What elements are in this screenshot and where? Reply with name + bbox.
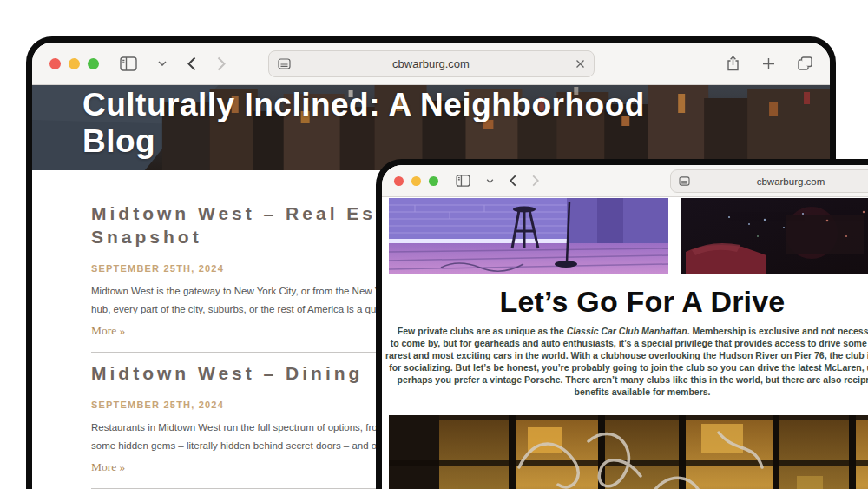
minimize-window-button[interactable] bbox=[69, 58, 80, 69]
article-headline: Let’s Go For A Drive bbox=[382, 285, 868, 319]
browser-toolbar: cbwarburg.com bbox=[382, 165, 868, 197]
url-text: cbwarburg.com bbox=[269, 57, 594, 70]
minimize-window-button[interactable] bbox=[411, 176, 421, 186]
forward-icon[interactable] bbox=[217, 56, 226, 71]
more-link[interactable]: More » bbox=[91, 460, 125, 474]
article-image-row bbox=[382, 198, 868, 274]
blog-title: Culturally Inclined: A Neighborhood Blog bbox=[82, 87, 645, 160]
sidebar-icon[interactable] bbox=[120, 56, 137, 71]
zoom-window-button[interactable] bbox=[429, 176, 438, 186]
share-icon[interactable] bbox=[727, 56, 740, 71]
zoom-window-button[interactable] bbox=[88, 58, 99, 69]
tab-overview-icon[interactable] bbox=[798, 56, 812, 70]
chevron-down-icon[interactable] bbox=[486, 179, 494, 183]
reader-icon[interactable] bbox=[679, 176, 690, 186]
new-tab-icon[interactable] bbox=[762, 57, 775, 70]
more-link[interactable]: More » bbox=[91, 324, 125, 338]
url-text: cbwarburg.com bbox=[671, 176, 868, 187]
desktop: cbwarburg.com bbox=[0, 0, 868, 489]
address-bar[interactable]: cbwarburg.com bbox=[670, 169, 868, 193]
comedy-stage-photo bbox=[389, 198, 668, 274]
club-lounge-photo bbox=[681, 198, 868, 274]
close-window-button[interactable] bbox=[49, 58, 61, 69]
window-controls bbox=[394, 176, 438, 186]
close-window-button[interactable] bbox=[394, 176, 404, 186]
forward-icon[interactable] bbox=[532, 175, 539, 187]
close-icon[interactable] bbox=[575, 59, 585, 69]
back-icon[interactable] bbox=[510, 175, 516, 187]
browser-toolbar: cbwarburg.com bbox=[32, 43, 830, 85]
reader-icon[interactable] bbox=[278, 58, 291, 69]
blog-hero-banner: Culturally Inclined: A Neighborhood Blog bbox=[32, 85, 830, 170]
browser-window-article: cbwarburg.com bbox=[376, 159, 868, 489]
storefront-night-photo bbox=[389, 415, 868, 489]
sidebar-icon[interactable] bbox=[456, 175, 470, 187]
chevron-down-icon[interactable] bbox=[158, 61, 167, 66]
back-icon[interactable] bbox=[187, 56, 196, 71]
window-controls bbox=[49, 58, 99, 69]
article-intro: Few private clubs are as unique as the C… bbox=[382, 325, 868, 398]
address-bar[interactable]: cbwarburg.com bbox=[268, 50, 595, 77]
